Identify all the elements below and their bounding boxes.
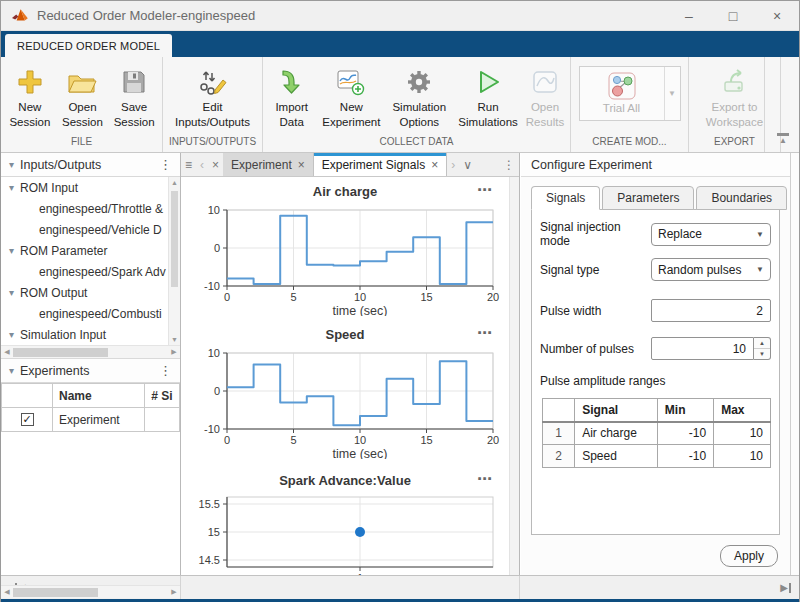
collapse-caret-icon[interactable]: ▾ [9, 182, 14, 193]
signal-injection-mode-dropdown[interactable]: Replace ▼ [651, 223, 771, 246]
collapse-caret-icon[interactable]: ▾ [9, 287, 14, 298]
chart-title: Spark Advance:Value [181, 473, 509, 488]
pulse-table-cell: 2 [543, 445, 575, 468]
tree-leaf-item[interactable]: enginespeed/Vehicle D [1, 219, 180, 240]
spinner-down-icon[interactable]: ▼ [754, 349, 770, 359]
document-tab-label: Experiment Signals [322, 158, 425, 172]
tree-group-item[interactable]: ▾ROM Parameter [1, 240, 180, 261]
dropdown-value: Replace [658, 227, 702, 241]
tab-menu-icon[interactable]: ≡ [181, 153, 196, 176]
document-tab[interactable]: Experiment Signals× [314, 153, 447, 176]
svg-text:20: 20 [487, 291, 499, 303]
tab-scroll-right-icon[interactable]: › [447, 153, 459, 176]
field-label: Signal type [540, 263, 651, 277]
scrollbar-thumb[interactable] [171, 191, 178, 287]
save-session-button[interactable]: Save Session [110, 62, 158, 130]
tab-parameters[interactable]: Parameters [602, 186, 694, 210]
tab-signals[interactable]: Signals [531, 186, 600, 210]
pulse-width-input[interactable]: 2 [651, 299, 771, 322]
tree-vertical-scrollbar[interactable]: ▲ ▼ [168, 177, 180, 345]
tab-scroll-left-icon[interactable]: ‹ [196, 153, 208, 176]
pulse-table-column-header: Signal [575, 399, 658, 422]
pulse-table-cell[interactable]: Air charge [575, 422, 658, 445]
apply-button[interactable]: Apply [720, 545, 778, 567]
tree-group-item[interactable]: ▾ROM Output [1, 282, 180, 303]
scroll-left-icon[interactable]: ◀ [1, 348, 13, 356]
new-session-button[interactable]: New Session [5, 62, 55, 130]
collapse-caret-icon[interactable]: ▾ [9, 245, 14, 256]
document-tab[interactable]: Experiment× [223, 153, 314, 176]
kebab-menu-icon[interactable]: ⋮ [499, 153, 519, 176]
tree-leaf-item[interactable]: enginespeed/Combusti [1, 303, 180, 324]
collapse-ribbon-icon[interactable]: ▲ [777, 133, 789, 144]
scrollbar-thumb[interactable] [13, 348, 108, 357]
charts-area: Air charge ⋯ 05101520-10010time (sec) Sp… [181, 177, 509, 575]
experiments-table-area: Name# Si✓Experiment ◀ ▶ [1, 383, 180, 598]
experiments-horizontal-scrollbar[interactable]: ◀ ▶ [1, 585, 180, 598]
tree-group-item[interactable]: ▾ROM Input [1, 177, 180, 198]
number-of-pulses-row: Number of pulses 10 ▲ ▼ [540, 337, 771, 360]
experiment-checkbox[interactable]: ✓ [21, 413, 34, 426]
pulse-table-cell[interactable]: -10 [657, 422, 713, 445]
charts-vertical-scrollbar[interactable] [509, 177, 519, 575]
close-button[interactable]: × [755, 1, 799, 30]
minimize-button[interactable]: – [667, 1, 711, 30]
trial-all-icon [607, 71, 637, 101]
kebab-menu-icon[interactable]: ⋮ [151, 157, 180, 172]
scroll-left-icon[interactable]: ◀ [1, 588, 13, 596]
scroll-down-icon[interactable]: ▼ [169, 334, 180, 345]
pulse-table-cell[interactable]: 10 [714, 422, 771, 445]
pulse-table-cell[interactable]: -10 [657, 445, 713, 468]
open-session-button[interactable]: Open Session [57, 62, 109, 130]
collapse-caret-icon[interactable]: ▾ [9, 159, 14, 170]
run-simulations-button[interactable]: Run Simulations [454, 62, 522, 130]
experiment-name-cell[interactable]: Experiment [53, 408, 145, 432]
tab-boundaries[interactable]: Boundaries [696, 186, 787, 210]
document-tabbar: ≡ ‹ × Experiment×Experiment Signals× › ∨… [181, 153, 519, 177]
collapse-caret-icon[interactable]: ▾ [9, 329, 14, 340]
scroll-right-icon[interactable]: ▶ [168, 588, 180, 596]
inputs-outputs-tree: ▾ROM Inputenginespeed/Throttle &enginesp… [1, 177, 180, 359]
tab-list-icon[interactable]: ∨ [459, 153, 476, 176]
svg-text:0: 0 [214, 385, 220, 397]
chart-canvas: 05101520-10010time (sec) [181, 345, 509, 459]
maximize-button[interactable]: □ [711, 1, 755, 30]
tree-leaf-item[interactable]: enginespeed/Spark Adv [1, 261, 180, 282]
tree-leaf-item[interactable]: enginespeed/Throttle & [1, 198, 180, 219]
collapse-right-panel-icon[interactable]: ▶ [780, 583, 791, 593]
new-experiment-button[interactable]: New Experiment [318, 62, 384, 130]
number-of-pulses-input[interactable]: 10 [651, 337, 754, 360]
new-experiment-icon [336, 68, 366, 96]
scroll-right-icon[interactable]: ▶ [168, 348, 180, 356]
spinner-up-icon[interactable]: ▲ [754, 338, 770, 349]
svg-text:-10: -10 [204, 280, 220, 292]
signal-type-dropdown[interactable]: Random pulses ▼ [651, 258, 771, 281]
chart-menu-button[interactable]: ⋯ [477, 470, 493, 488]
inputs-outputs-title: Inputs/Outputs [20, 158, 151, 172]
chart-menu-button[interactable]: ⋯ [477, 181, 493, 199]
tree-group-item[interactable]: ▾Simulation Input [1, 324, 180, 345]
edit-io-icon [198, 68, 228, 96]
ribbon-tab-reduced-order-model[interactable]: REDUCED ORDER MODEL [5, 34, 172, 57]
titlebar: Reduced Order Modeler-enginespeed – □ × [1, 1, 799, 31]
play-icon [474, 68, 502, 96]
scrollbar-thumb[interactable] [13, 588, 98, 597]
pulse-table-cell[interactable]: Speed [575, 445, 658, 468]
tab-close-icon[interactable]: × [208, 153, 223, 176]
simulation-options-button[interactable]: Simulation Options [386, 62, 452, 130]
close-tab-icon[interactable]: × [431, 158, 438, 172]
edit-inputs-outputs-button[interactable]: Edit Inputs/Outputs [167, 62, 258, 130]
table-row: ✓Experiment [2, 408, 180, 432]
close-tab-icon[interactable]: × [298, 158, 305, 172]
toolbar: New Session Open Session Save Session [1, 57, 799, 153]
collapse-caret-icon[interactable]: ▾ [9, 365, 14, 376]
kebab-menu-icon[interactable]: ⋮ [151, 363, 180, 378]
svg-text:1: 1 [357, 572, 363, 575]
pulse-table-cell[interactable]: 10 [714, 445, 771, 468]
toolbar-group-export: Export to Workspace EXPORT [689, 57, 781, 152]
chart-menu-button[interactable]: ⋯ [477, 324, 493, 342]
experiments-table: Name# Si✓Experiment [1, 383, 180, 432]
tree-horizontal-scrollbar[interactable]: ◀ ▶ [1, 345, 180, 358]
scroll-up-icon[interactable]: ▲ [169, 177, 180, 188]
import-data-button[interactable]: Import Data [267, 62, 316, 130]
